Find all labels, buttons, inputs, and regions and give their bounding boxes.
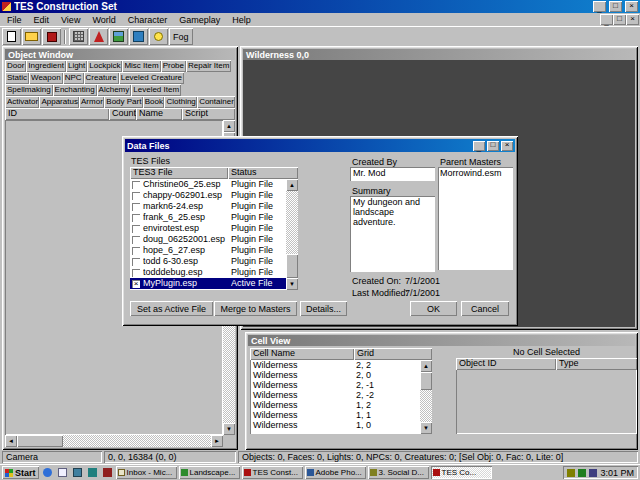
app-titlebar[interactable]: TES Construction Set _ □ ×: [0, 0, 640, 13]
scroll-down-button[interactable]: ▼: [420, 422, 432, 434]
file-checkbox[interactable]: [132, 247, 140, 255]
scroll-down-button[interactable]: ▼: [286, 278, 298, 290]
dialog-minimize-button[interactable]: _: [473, 141, 485, 151]
dialog-maximize-button[interactable]: □: [487, 141, 499, 151]
column-status[interactable]: Status: [228, 167, 298, 179]
file-row[interactable]: Christine06_25.espPlugin File: [130, 179, 286, 190]
files-list-vscrollbar[interactable]: ▲ ▼: [286, 179, 298, 290]
tab-light[interactable]: Light: [66, 60, 87, 72]
landscape-edit-button[interactable]: [109, 28, 128, 45]
start-button[interactable]: Start: [2, 466, 39, 479]
file-checkbox[interactable]: [132, 181, 140, 189]
parent-master-item[interactable]: Morrowind.esm: [440, 168, 511, 179]
scroll-track[interactable]: [420, 372, 432, 422]
tab-enchanting[interactable]: Enchanting: [53, 84, 97, 96]
tab-misc-item[interactable]: Misc Item: [122, 60, 160, 72]
file-row[interactable]: chappy-062901.espPlugin File: [130, 190, 286, 201]
tab-probe[interactable]: Probe: [161, 60, 186, 72]
quicklaunch-channels-icon[interactable]: [86, 466, 99, 479]
angle-snap-button[interactable]: [89, 28, 108, 45]
cell-row[interactable]: Wilderness1, 0: [250, 420, 420, 430]
light-toggle-button[interactable]: [149, 28, 168, 45]
tab-lockpick[interactable]: Lockpick: [87, 60, 122, 72]
tab-alchemy[interactable]: Alchemy: [97, 84, 132, 96]
menu-edit[interactable]: Edit: [28, 14, 56, 26]
cell-row[interactable]: Wilderness2, 0: [250, 370, 420, 380]
tab-ingredient[interactable]: Ingredient: [26, 60, 66, 72]
merge-to-masters-button[interactable]: Merge to Masters: [214, 301, 297, 316]
summary-field[interactable]: My dungeon and landscape adventure.: [350, 196, 435, 272]
object-window-titlebar[interactable]: Object Window: [5, 49, 235, 60]
column-name[interactable]: Name: [136, 108, 182, 120]
column-script[interactable]: Script: [182, 108, 235, 120]
quicklaunch-media-icon[interactable]: [101, 466, 114, 479]
minimize-button[interactable]: _: [593, 1, 606, 12]
tab-clothing[interactable]: Clothing: [164, 96, 197, 108]
file-row[interactable]: envirotest.espPlugin File: [130, 223, 286, 234]
child-restore-button[interactable]: □: [613, 14, 626, 25]
cell-list-vscrollbar[interactable]: ▲ ▼: [420, 360, 432, 434]
tab-leveled-creature[interactable]: Leveled Creature: [119, 72, 184, 84]
scroll-left-button[interactable]: ◄: [5, 435, 17, 447]
menu-help[interactable]: Help: [226, 14, 257, 26]
created-by-field[interactable]: Mr. Mod: [350, 167, 435, 181]
tab-creature[interactable]: Creature: [84, 72, 119, 84]
fog-toggle-button[interactable]: Fog: [169, 28, 193, 45]
column-object-id[interactable]: Object ID: [456, 358, 556, 370]
tab-static[interactable]: Static: [5, 72, 29, 84]
column-count[interactable]: Count: [109, 108, 136, 120]
task-tes-construction[interactable]: TES Const...: [242, 466, 303, 479]
file-row[interactable]: todddebug.espPlugin File: [130, 267, 286, 278]
cancel-button[interactable]: Cancel: [461, 301, 509, 316]
cell-row[interactable]: Wilderness2, 2: [250, 360, 420, 370]
grid-snap-button[interactable]: [69, 28, 88, 45]
scroll-track[interactable]: [17, 435, 211, 447]
tray-display-icon[interactable]: [589, 469, 597, 477]
file-row[interactable]: todd 6-30.espPlugin File: [130, 256, 286, 267]
file-checkbox[interactable]: [132, 192, 140, 200]
menu-world[interactable]: World: [86, 14, 121, 26]
details-button[interactable]: Details...: [300, 301, 347, 316]
task-inbox[interactable]: Inbox - Mic...: [116, 466, 177, 479]
new-file-button[interactable]: [2, 28, 21, 45]
tab-npc[interactable]: NPC: [63, 72, 84, 84]
cell-view-titlebar[interactable]: Cell View: [248, 335, 635, 346]
file-checkbox[interactable]: [132, 236, 140, 244]
menu-view[interactable]: View: [55, 14, 86, 26]
task-social-document[interactable]: 3. Social D...: [368, 466, 429, 479]
tab-door[interactable]: Door: [5, 60, 26, 72]
tray-volume-icon[interactable]: [567, 469, 575, 477]
scroll-thumb[interactable]: [17, 435, 63, 447]
cell-row[interactable]: Wilderness2, -2: [250, 390, 420, 400]
file-checkbox[interactable]: [132, 269, 140, 277]
child-minimize-button[interactable]: _: [600, 14, 613, 25]
file-row[interactable]: hope_6_27.espPlugin File: [130, 245, 286, 256]
file-checkbox[interactable]: [132, 203, 140, 211]
quicklaunch-mail-icon[interactable]: [56, 466, 69, 479]
tab-container[interactable]: Container: [197, 96, 235, 108]
column-grid[interactable]: Grid: [354, 348, 432, 360]
tab-body-part[interactable]: Body Part: [104, 96, 142, 108]
column-tes3-file[interactable]: TES3 File: [130, 167, 228, 179]
dialog-close-button[interactable]: ×: [501, 141, 513, 151]
menu-character[interactable]: Character: [122, 14, 174, 26]
open-file-button[interactable]: [22, 28, 41, 45]
object-list-hscrollbar[interactable]: ◄ ►: [5, 435, 223, 447]
tray-scheduler-icon[interactable]: [578, 469, 586, 477]
column-type[interactable]: Type: [556, 358, 637, 370]
tab-activator[interactable]: Activator: [5, 96, 39, 108]
quicklaunch-browser-icon[interactable]: [41, 466, 54, 479]
render-window-titlebar[interactable]: Wilderness 0,0: [243, 49, 635, 60]
file-row[interactable]: frank_6_25.espPlugin File: [130, 212, 286, 223]
scroll-track[interactable]: [286, 191, 298, 278]
data-files-button[interactable]: [42, 28, 61, 45]
task-landscape[interactable]: Landscape...: [179, 466, 240, 479]
maximize-button[interactable]: □: [609, 1, 622, 12]
cell-row[interactable]: Wilderness1, 1: [250, 410, 420, 420]
tab-weapon[interactable]: Weapon: [29, 72, 63, 84]
cell-row[interactable]: Wilderness1, 2: [250, 400, 420, 410]
scroll-down-button[interactable]: ▼: [223, 423, 235, 435]
child-close-button[interactable]: ×: [626, 14, 639, 25]
file-row[interactable]: markn6-24.espPlugin File: [130, 201, 286, 212]
cell-row[interactable]: Wilderness2, -1: [250, 380, 420, 390]
